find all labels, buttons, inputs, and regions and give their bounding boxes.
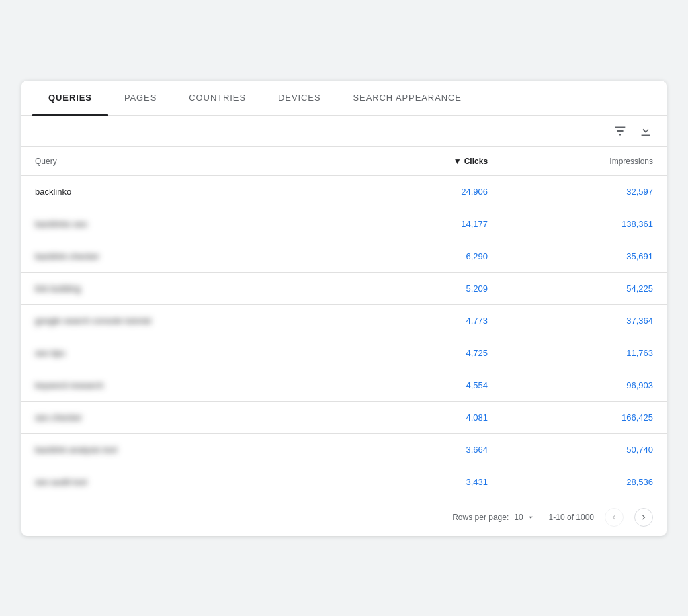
table-row: seo tips4,72511,763 <box>22 337 666 369</box>
chevron-down-icon <box>526 513 535 522</box>
cell-query: backlinko <box>22 175 357 208</box>
cell-impressions[interactable]: 96,903 <box>501 369 666 401</box>
tab-queries[interactable]: QUERIES <box>32 81 108 115</box>
cell-impressions[interactable]: 35,691 <box>501 240 666 272</box>
cell-query: backlinks seo <box>22 208 357 240</box>
download-icon[interactable] <box>638 124 653 138</box>
cell-clicks[interactable]: 4,081 <box>357 401 501 433</box>
pagination-nav: 1-10 of 1000 <box>549 508 653 527</box>
col-header-impressions[interactable]: Impressions <box>501 147 666 176</box>
cell-query: google search console tutorial <box>22 304 357 337</box>
tab-bar: QUERIES PAGES COUNTRIES DEVICES SEARCH A… <box>22 81 666 116</box>
cell-clicks[interactable]: 4,725 <box>357 337 501 369</box>
cell-impressions[interactable]: 37,364 <box>501 304 666 337</box>
cell-query: backlink checker <box>22 240 357 272</box>
sort-arrow-icon: ▼ <box>454 157 462 166</box>
data-table: Query ▼ Clicks Impressions backlinko24,9… <box>22 147 666 498</box>
cell-clicks[interactable]: 4,773 <box>357 304 501 337</box>
cell-clicks[interactable]: 5,209 <box>357 272 501 304</box>
cell-query: seo checker <box>22 401 357 433</box>
table-row: seo audit tool3,43128,536 <box>22 466 666 498</box>
rows-per-page-control: Rows per page: 10 <box>452 513 535 522</box>
cell-clicks[interactable]: 3,431 <box>357 466 501 498</box>
cell-query: keyword research <box>22 369 357 401</box>
cell-impressions[interactable]: 32,597 <box>501 175 666 208</box>
cell-impressions[interactable]: 166,425 <box>501 401 666 433</box>
cell-clicks[interactable]: 4,554 <box>357 369 501 401</box>
col-header-clicks[interactable]: ▼ Clicks <box>357 147 501 176</box>
table-row: backlink analysis tool3,66450,740 <box>22 433 666 466</box>
table-footer: Rows per page: 10 1-10 of 1000 <box>22 498 666 536</box>
tab-countries[interactable]: COUNTRIES <box>173 81 262 115</box>
next-page-button[interactable] <box>634 508 653 527</box>
tab-pages[interactable]: PAGES <box>108 81 173 115</box>
rows-per-page-value: 10 <box>514 513 523 522</box>
table-row: backlink checker6,29035,691 <box>22 240 666 272</box>
chevron-left-icon <box>609 513 619 522</box>
filter-icon[interactable] <box>613 124 628 138</box>
cell-query: backlink analysis tool <box>22 433 357 466</box>
table-row: google search console tutorial4,77337,36… <box>22 304 666 337</box>
table-row: backlinko24,90632,597 <box>22 175 666 208</box>
cell-query: link building <box>22 272 357 304</box>
chevron-right-icon <box>639 513 648 522</box>
tab-search-appearance[interactable]: SEARCH APPEARANCE <box>337 81 477 115</box>
table-row: link building5,20954,225 <box>22 272 666 304</box>
cell-impressions[interactable]: 50,740 <box>501 433 666 466</box>
cell-query: seo audit tool <box>22 466 357 498</box>
prev-page-button[interactable] <box>605 508 624 527</box>
cell-clicks[interactable]: 24,906 <box>357 175 501 208</box>
rows-per-page-label: Rows per page: <box>452 513 509 522</box>
table-row: seo checker4,081166,425 <box>22 401 666 433</box>
table-row: backlinks seo14,177138,361 <box>22 208 666 240</box>
toolbar <box>22 116 666 147</box>
cell-impressions[interactable]: 11,763 <box>501 337 666 369</box>
cell-query: seo tips <box>22 337 357 369</box>
cell-clicks[interactable]: 14,177 <box>357 208 501 240</box>
col-header-query: Query <box>22 147 357 176</box>
table-row: keyword research4,55496,903 <box>22 369 666 401</box>
rows-per-page-select[interactable]: 10 <box>514 513 535 522</box>
cell-impressions[interactable]: 28,536 <box>501 466 666 498</box>
cell-impressions[interactable]: 54,225 <box>501 272 666 304</box>
cell-clicks[interactable]: 3,664 <box>357 433 501 466</box>
tab-devices[interactable]: DEVICES <box>262 81 337 115</box>
page-range: 1-10 of 1000 <box>549 513 594 522</box>
main-card: QUERIES PAGES COUNTRIES DEVICES SEARCH A… <box>22 81 666 536</box>
cell-impressions[interactable]: 138,361 <box>501 208 666 240</box>
cell-clicks[interactable]: 6,290 <box>357 240 501 272</box>
